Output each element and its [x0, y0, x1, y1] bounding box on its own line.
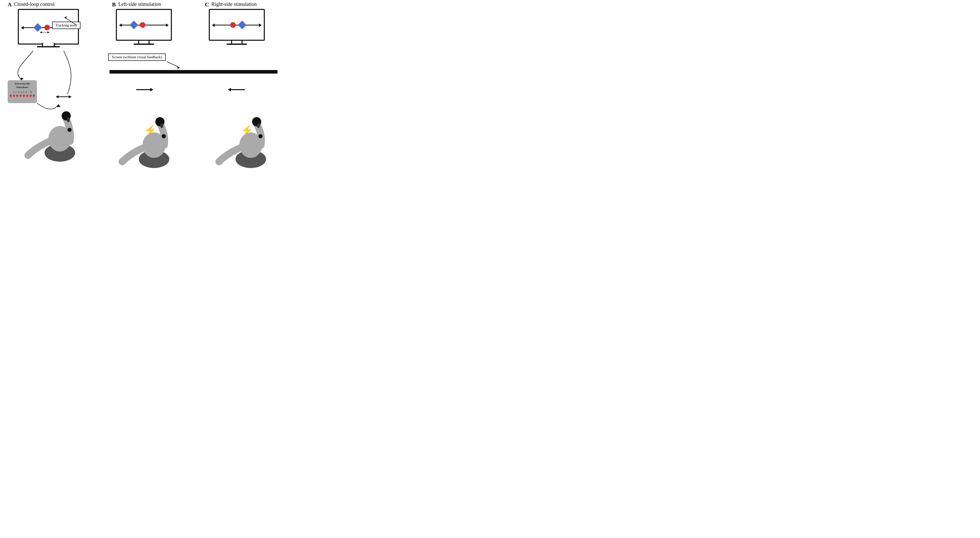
- monitor-a: [18, 9, 79, 51]
- stimulator-title: ElectrotactileStimulator: [10, 82, 35, 89]
- panel-b-title: Left-side stimulation: [118, 1, 161, 7]
- monitor-c-screen: [209, 9, 265, 41]
- h-arrow-line-c: [212, 25, 261, 25]
- monitor-b-screen: [116, 9, 172, 41]
- svg-marker-9: [69, 95, 71, 98]
- stim-dot-6: [26, 94, 28, 97]
- monitor-b: [116, 9, 172, 48]
- svg-marker-5: [57, 104, 60, 107]
- monitor-c: [209, 9, 265, 48]
- svg-point-26: [257, 123, 260, 128]
- panel-a-title: Closed-loop control: [14, 1, 54, 7]
- circle-red-b: [140, 22, 145, 28]
- figure-b-svg: ⚡: [111, 84, 197, 168]
- stim-dot-5: [23, 94, 25, 97]
- svg-point-13: [67, 117, 70, 122]
- panel-b-label: B: [112, 1, 116, 8]
- panel-c-title: Right-side stimulation: [211, 1, 257, 7]
- svg-point-14: [67, 128, 72, 132]
- stimulator-box: ElectrotactileStimulator 12345678: [8, 80, 37, 103]
- diamond-blue-b: [130, 21, 138, 29]
- panel-a-label: A: [8, 1, 12, 8]
- stim-dot-3: [16, 94, 18, 97]
- svg-point-21: [162, 134, 166, 138]
- panel-b: B Left-side stimulation Screen (without …: [111, 0, 197, 168]
- svg-point-27: [258, 134, 262, 138]
- tracking-error-text: Tracking error: [55, 23, 77, 27]
- stimulator-dots: [10, 94, 35, 97]
- svg-text:⚡: ⚡: [144, 124, 157, 136]
- stim-dot-2: [13, 94, 15, 97]
- svg-marker-1: [40, 31, 42, 33]
- panel-c: C Right-side stimulation: [204, 0, 301, 168]
- stim-dot-1: [10, 94, 12, 97]
- figure-c-svg: ⚡: [204, 84, 298, 168]
- stim-dot-8: [33, 94, 35, 97]
- svg-point-20: [160, 123, 163, 128]
- panel-c-label: C: [205, 1, 209, 8]
- svg-point-12: [62, 111, 71, 121]
- circle-red-a: [44, 25, 50, 30]
- svg-marker-6: [21, 78, 24, 80]
- tracking-error-arrows: [35, 30, 56, 35]
- stimulator-numbers: 12345678: [10, 91, 35, 94]
- svg-marker-8: [56, 95, 59, 98]
- screen-c-content: [212, 20, 261, 30]
- svg-point-10: [45, 144, 75, 162]
- monitor-c-base: [227, 43, 247, 45]
- monitor-b-base: [134, 43, 154, 45]
- panel-a: A Closed-loop control: [5, 0, 102, 168]
- screen-b-content: [119, 20, 168, 30]
- diamond-blue-c: [238, 21, 247, 29]
- svg-text:⚡: ⚡: [240, 124, 253, 136]
- no-feedback-arrow: [108, 51, 210, 71]
- stim-dot-4: [20, 94, 22, 97]
- tracking-error-box: Tracking error: [52, 22, 80, 29]
- monitor-a-base: [37, 46, 60, 47]
- circle-red-c: [230, 22, 236, 28]
- main-container: A Closed-loop control: [0, 0, 305, 168]
- stim-dot-7: [30, 94, 32, 97]
- svg-point-11: [48, 126, 71, 151]
- svg-marker-2: [47, 31, 49, 33]
